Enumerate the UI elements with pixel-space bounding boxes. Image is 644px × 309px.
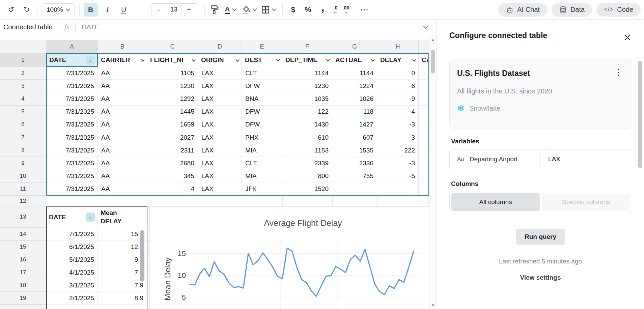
cell[interactable] [419, 92, 428, 105]
cell[interactable]: LAX [198, 67, 242, 80]
row-header-13[interactable]: 13 [0, 206, 46, 228]
cell[interactable]: CLT [242, 67, 282, 80]
cell[interactable]: 2336 [332, 157, 377, 170]
cell[interactable]: 1427 [332, 118, 377, 131]
table1-header-DEST[interactable]: DEST [242, 53, 282, 67]
cell[interactable]: 1535 [332, 144, 377, 157]
scroll-up-icon[interactable]: ▲ [429, 37, 437, 42]
cell[interactable]: 7/31/2025 [46, 170, 98, 183]
font-size-value[interactable]: 13 [167, 3, 181, 16]
cell[interactable]: 7/1/2025 [46, 228, 98, 241]
grid-corner[interactable] [0, 40, 46, 53]
cell[interactable]: 1144 [332, 67, 377, 80]
row-header-2[interactable]: 2 [0, 67, 46, 80]
cell[interactable]: LAX [198, 170, 242, 183]
row-header-3[interactable]: 3 [0, 80, 46, 92]
cell[interactable]: -3 [377, 118, 419, 131]
formula-input[interactable]: DATE [76, 23, 105, 31]
row-header-16[interactable]: 16 [0, 253, 46, 266]
column-header-E[interactable]: E [242, 40, 282, 53]
specific-columns-button[interactable]: Specific columns [542, 193, 630, 211]
sheet-vertical-scrollbar[interactable]: ▲ ▼ [429, 35, 437, 309]
cell[interactable]: 1105 [147, 67, 198, 80]
cell[interactable]: AA [98, 118, 147, 131]
cell[interactable] [419, 106, 428, 118]
cell[interactable]: DFW [242, 80, 282, 92]
cell[interactable]: AA [98, 170, 147, 183]
column-header-B[interactable]: B [98, 40, 147, 53]
cell[interactable]: LAX [198, 131, 242, 144]
row-header-14[interactable]: 14 [0, 228, 46, 241]
row-header-partial[interactable] [0, 305, 46, 309]
row-header-8[interactable]: 8 [0, 144, 46, 157]
thousands-separator-button[interactable]: , [318, 3, 328, 17]
scrollbar-handle[interactable] [431, 50, 435, 74]
table2-scrollbar-handle[interactable] [140, 230, 144, 282]
redo-button[interactable]: ↻ [22, 3, 32, 17]
cell[interactable]: 1224 [332, 80, 377, 92]
sort-descending-icon[interactable]: ↓ [86, 56, 95, 65]
cell[interactable]: 4/1/2025 [46, 266, 98, 279]
cell[interactable]: 7.9 [98, 279, 147, 292]
currency-format-button[interactable]: $ [288, 3, 298, 17]
variable-value-input[interactable]: LAX [541, 156, 632, 163]
row-header-18[interactable]: 18 [0, 279, 46, 292]
row-header-9[interactable]: 9 [0, 157, 46, 170]
cell[interactable]: 2339 [282, 157, 332, 170]
cell[interactable]: -6 [377, 80, 419, 92]
close-icon[interactable] [622, 32, 633, 43]
row-header-7[interactable]: 7 [0, 131, 46, 144]
scroll-down-icon[interactable]: ▼ [429, 303, 437, 308]
italic-button[interactable]: I [101, 3, 114, 17]
paint-format-icon[interactable] [209, 3, 220, 17]
cell[interactable]: AA [98, 144, 147, 157]
cell[interactable]: 2/1/2025 [46, 292, 98, 305]
column-menu-chevron-icon[interactable] [371, 58, 374, 61]
column-header-G[interactable]: G [332, 40, 377, 53]
cell[interactable]: 6/1/2025 [46, 241, 98, 253]
table1-header-CARRIER[interactable]: CARRIER [98, 53, 147, 67]
cell[interactable]: 5/1/2025 [46, 253, 98, 266]
cell[interactable]: DFW [242, 118, 282, 131]
column-menu-chevron-icon[interactable] [326, 58, 330, 61]
undo-button[interactable]: ↺ [6, 3, 16, 17]
increase-decimals-button[interactable]: .00→ [342, 5, 349, 14]
column-header-H[interactable]: H [377, 40, 419, 53]
cell[interactable]: 1026 [332, 92, 377, 105]
cell[interactable] [419, 183, 428, 196]
cell[interactable]: LAX [198, 80, 242, 92]
cell[interactable]: 1230 [282, 80, 332, 92]
bold-button[interactable]: B [84, 3, 98, 17]
cell[interactable]: 1520 [282, 183, 332, 196]
column-menu-chevron-icon[interactable] [235, 58, 239, 61]
table1-header-CA[interactable]: CA [419, 53, 428, 67]
cell[interactable]: 607 [332, 131, 377, 144]
column-menu-chevron-icon[interactable] [412, 58, 416, 61]
cell[interactable]: 1144 [282, 67, 332, 80]
cell[interactable] [419, 144, 428, 157]
table2-header-DATE[interactable]: DATE↓ [46, 206, 98, 228]
row-header-6[interactable]: 6 [0, 118, 46, 131]
cell[interactable]: 7/31/2025 [46, 106, 98, 118]
cell[interactable]: 1430 [282, 118, 332, 131]
cell[interactable] [419, 80, 428, 92]
cell[interactable]: 122 [282, 106, 332, 118]
code-button[interactable]: </> Code [596, 3, 641, 17]
view-settings-link[interactable]: View settings [437, 274, 644, 281]
sheet-grid[interactable]: ABCDEFGH12345678910111213141516171819DAT… [0, 35, 429, 309]
cell[interactable]: 7/31/2025 [46, 80, 98, 92]
data-button[interactable]: Data [552, 3, 592, 17]
cell[interactable]: 7/31/2025 [46, 67, 98, 80]
table2-header-Mean-DELAY[interactable]: Mean DELAY [98, 206, 147, 228]
cell[interactable]: AA [98, 157, 147, 170]
flight-delay-chart[interactable]: 15105Average Flight DelayMean Delay [149, 206, 429, 309]
cell[interactable]: DFW [242, 106, 282, 118]
cell[interactable]: JFK [242, 183, 282, 196]
cell[interactable]: 7/31/2025 [46, 183, 98, 196]
cell[interactable]: 1292 [147, 92, 198, 105]
column-header-F[interactable]: F [282, 40, 332, 53]
cell[interactable]: AA [98, 183, 147, 196]
cell[interactable] [419, 157, 428, 170]
font-size-increase-button[interactable]: + [181, 6, 197, 14]
kebab-menu-icon[interactable]: ⋮ [612, 67, 624, 77]
